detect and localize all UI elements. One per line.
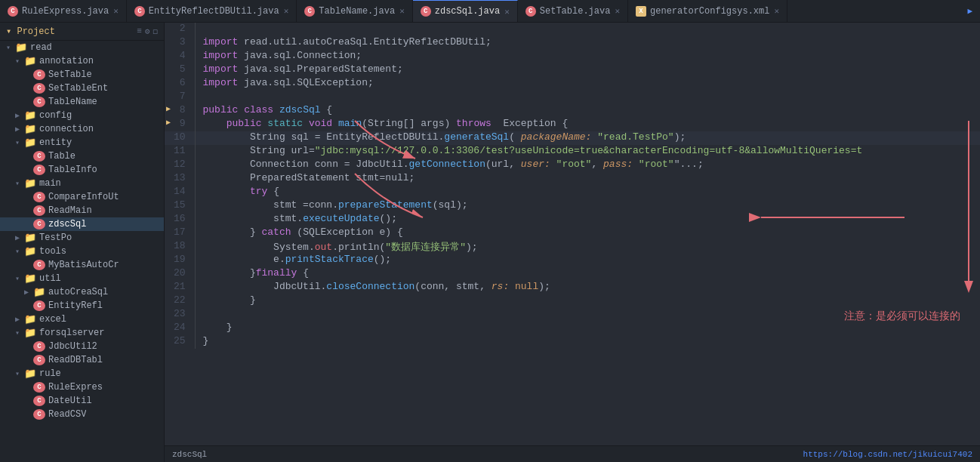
tab-generator-config[interactable]: X generatorConfigsys.xml ✕ (628, 0, 787, 23)
tab-entity-reflect[interactable]: C EntityReflectDBUtil.java ✕ (127, 0, 297, 23)
str-db-error-18: "数据库连接异常" (385, 242, 466, 253)
fn-execute-update-16: executeUpdate (303, 213, 379, 224)
tree-item-mybatis-auto[interactable]: C MyBatisAutoCr (0, 258, 164, 272)
tree-item-main[interactable]: ▾ 📁 main (0, 177, 164, 190)
kw-try-14: try (250, 186, 267, 197)
tree-label-forsqlserver: forsqlserver (39, 328, 104, 338)
tab-set-table[interactable]: C SetTable.java ✕ (518, 0, 628, 23)
tree-item-forsqlserver[interactable]: ▾ 📁 forsqlserver (0, 326, 164, 340)
sidebar-icon-1[interactable]: ≡ (137, 26, 142, 36)
class-icon-table-name: C (33, 97, 45, 107)
tab-close-zdsc-sql[interactable]: ✕ (504, 7, 510, 17)
kw2-static-9: static (267, 118, 303, 129)
folder-icon-test-po: 📁 (24, 233, 36, 243)
tree-item-config[interactable]: ▶ 📁 config (0, 109, 164, 122)
line-content-6: import java.sql.SQLException; (195, 77, 980, 91)
tree-item-entity-refl[interactable]: C EntityRefl (0, 299, 164, 313)
tab-icon-entity-reflect: C (134, 6, 145, 17)
tab-close-generator-config[interactable]: ✕ (774, 6, 779, 16)
tree-item-read[interactable]: ▾ 📁 read (0, 41, 164, 54)
line-content-20: }finally { (195, 267, 980, 281)
tab-bar: C RuleExpress.java ✕ C EntityReflectDBUt… (0, 0, 980, 23)
line-content-19: e.printStackTrace(); (195, 254, 980, 267)
tab-close-rule-express[interactable]: ✕ (113, 6, 119, 16)
tree-item-read-csv[interactable]: C ReadCSV (0, 408, 164, 421)
tab-label-rule-express: RuleExpress.java (22, 6, 109, 17)
tree-label-zdsc-sql: zdscSql (48, 219, 86, 229)
tab-rule-express[interactable]: C RuleExpress.java ✕ (0, 0, 127, 23)
tree-item-jdbc-util2[interactable]: C JdbcUtil2 (0, 340, 164, 353)
tree-label-rule: rule (39, 368, 61, 379)
tab-table-name[interactable]: C TableName.java ✕ (297, 0, 412, 23)
tree-item-entity[interactable]: ▾ 📁 entity (0, 136, 164, 149)
line-num-16: 16 (165, 213, 195, 226)
line-24: 24 } (165, 322, 980, 335)
line-num-14: 14 (165, 186, 195, 199)
line-content-21: JdbcUtil.closeConnection(conn, stmt, rs:… (195, 281, 980, 294)
class-icon-read-csv: C (33, 409, 45, 420)
tree-item-tools[interactable]: ▾ 📁 tools (0, 245, 164, 258)
sidebar-header: ▾ Project ≡ ⚙ ◻ (0, 23, 164, 41)
tree-item-connection[interactable]: ▶ 📁 connection (0, 122, 164, 136)
fold-icon-9[interactable]: ▶ (166, 118, 171, 127)
tree-label-annotation: annotation (39, 56, 94, 66)
tree-item-date-util[interactable]: C DateUtil (0, 394, 164, 408)
line-num-24: 24 (165, 322, 195, 335)
class-icon-set-table: C (33, 69, 45, 80)
tree-item-set-table[interactable]: C SetTable (0, 68, 164, 82)
fn-print-stack-trace-19: printStackTrace (285, 254, 374, 265)
fn-generate-sql-10: generateSql (444, 131, 509, 143)
sidebar-icon-3[interactable]: ◻ (153, 26, 158, 36)
tree-item-table[interactable]: C Table (0, 149, 164, 163)
line-content-14: try { (195, 186, 980, 199)
arrow-read: ▾ (6, 43, 15, 52)
tree-item-auto-crea-sql[interactable]: ▶ 📁 autoCreaSql (0, 285, 164, 299)
tab-icon-generator-config: X (636, 6, 646, 17)
tree-item-set-table-ent[interactable]: C SetTableEnt (0, 82, 164, 95)
line-9: ▶ 9 public static void main(String[] arg… (165, 118, 980, 131)
tree-item-table-info[interactable]: C TableInfo (0, 163, 164, 177)
tree-item-read-main[interactable]: C ReadMain (0, 204, 164, 217)
tree-item-test-po[interactable]: ▶ 📁 TestPo (0, 231, 164, 245)
tree-label-mybatis-auto: MyBatisAutoCr (48, 260, 119, 270)
tree-item-rule[interactable]: ▾ 📁 rule (0, 367, 164, 380)
tree-item-excel[interactable]: ▶ 📁 excel (0, 313, 164, 326)
class-icon-rule-expres: C (33, 382, 45, 393)
line-content-17: } catch (SQLException e) { (195, 226, 980, 240)
fold-icon-8[interactable]: ▶ (166, 104, 171, 113)
line-num-22: 22 (165, 294, 195, 308)
fn-main-9: main (338, 118, 362, 129)
line-2: 2 (165, 23, 980, 36)
tree-item-rule-expres[interactable]: C RuleExpres (0, 380, 164, 394)
code-table: 2 3 import read.util.autoCreaSql.EntityR… (165, 23, 980, 349)
tree-item-table-name[interactable]: C TableName (0, 95, 164, 109)
tree-label-test-po: TestPo (39, 233, 72, 243)
line-num-25: 25 (165, 335, 195, 349)
tree-item-read-db-tabl[interactable]: C ReadDBTabl (0, 353, 164, 367)
folder-icon-main: 📁 (24, 178, 36, 189)
kw-throws-9: throws (456, 118, 492, 129)
arrow-connection: ▶ (15, 125, 24, 134)
line-content-7 (195, 91, 980, 104)
code-container[interactable]: 2 3 import read.util.autoCreaSql.EntityR… (165, 23, 980, 445)
sidebar: ▾ Project ≡ ⚙ ◻ ▾ 📁 read ▾ 📁 annotation … (0, 23, 165, 462)
tree-item-util[interactable]: ▾ 📁 util (0, 272, 164, 285)
arrow-tools: ▾ (15, 247, 24, 256)
tab-zdsc-sql[interactable]: C zdscSql.java ✕ (413, 0, 518, 23)
tree-label-set-table: SetTable (48, 69, 92, 80)
tree-label-main: main (39, 178, 61, 189)
class-icon-compare-info: C (33, 192, 45, 202)
line-11: 11 String url="jdbc:mysql://127.0.0.1:33… (165, 145, 980, 159)
tab-close-table-name[interactable]: ✕ (399, 6, 405, 16)
tree-item-annotation[interactable]: ▾ 📁 annotation (0, 54, 164, 68)
line-content-18: System.out.println("数据库连接异常"); (195, 240, 980, 254)
tab-icon-set-table: C (525, 6, 536, 17)
tree-item-compare-info[interactable]: C CompareInfoUt (0, 190, 164, 204)
str-root-pass-12: "root" (639, 159, 674, 170)
line-17: 17 } catch (SQLException e) { (165, 226, 980, 240)
editor-area: 2 3 import read.util.autoCreaSql.EntityR… (165, 23, 980, 462)
tree-item-zdsc-sql[interactable]: C zdscSql (0, 217, 164, 231)
sidebar-icon-2[interactable]: ⚙ (145, 26, 150, 36)
tab-close-entity-reflect[interactable]: ✕ (284, 6, 289, 16)
tab-close-set-table[interactable]: ✕ (615, 6, 620, 16)
